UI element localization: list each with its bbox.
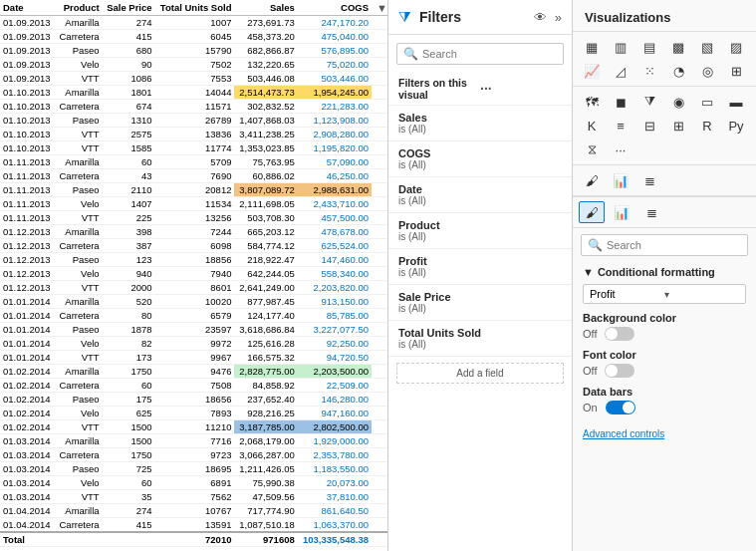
table-cell: 01.11.2013 [0, 211, 55, 225]
slicer-icon[interactable]: ≡ [608, 115, 633, 137]
multi-row-icon[interactable]: ▬ [723, 91, 749, 113]
table-cell: 01.11.2013 [0, 197, 55, 211]
expand-icon[interactable]: » [555, 10, 562, 25]
add-filter-area[interactable]: Add a field [396, 363, 564, 384]
100-bar-icon[interactable]: ▤ [636, 36, 662, 58]
table-cell: 01.12.2013 [0, 239, 55, 253]
filter-item[interactable]: Productis (All) [388, 213, 572, 249]
table-cell: VTT [55, 490, 102, 504]
filled-map-icon[interactable]: ◼ [608, 91, 633, 113]
pie-chart-icon[interactable]: ◔ [665, 60, 691, 82]
data-bars-row: Data bars On [583, 386, 746, 414]
analytics-icon[interactable]: 📊 [608, 169, 633, 191]
stacked-bar-icon[interactable]: ▥ [608, 36, 633, 58]
table-cell: 123 [103, 253, 155, 267]
filter-item[interactable]: Total Units Soldis (All) [388, 321, 572, 357]
fields-tab[interactable]: ≣ [638, 201, 664, 223]
donut-icon[interactable]: ◎ [694, 60, 720, 82]
table-cell: Amarilla [55, 16, 102, 30]
stacked-col-icon[interactable]: ▧ [694, 36, 720, 58]
100-col-icon[interactable]: ▨ [723, 36, 749, 58]
area-chart-icon[interactable]: ◿ [608, 60, 633, 82]
background-color-toggle[interactable] [605, 327, 634, 341]
filter-item[interactable]: Profitis (All) [388, 249, 572, 285]
viz-search-box[interactable]: 🔍 [581, 234, 748, 256]
matrix-icon[interactable]: ⊞ [665, 115, 691, 137]
table-cell: 877,987.45 [234, 295, 297, 309]
table-row: 01.03.2014Carretera175097233,066,287.002… [0, 448, 387, 462]
table-scroll[interactable]: Date Product Sale Price Total Units Sold… [0, 0, 387, 551]
table-cell: 80 [103, 309, 155, 323]
viz-header: Visualizations [573, 0, 756, 32]
table-row: 01.02.2014Velo6257893928,216.25947,160.0… [0, 407, 387, 420]
format-paint-tab[interactable]: 🖌 [579, 201, 605, 223]
bar-chart-icon[interactable]: ▦ [579, 36, 605, 58]
filters-search-box[interactable]: 🔍 [396, 43, 564, 65]
filter-item[interactable]: Dateis (All) [388, 177, 572, 213]
table-cell: 7716 [155, 434, 235, 448]
font-color-toggle[interactable] [605, 364, 634, 378]
eye-icon[interactable]: 👁 [534, 10, 547, 25]
table-cell: 01.11.2013 [0, 183, 55, 197]
decomp-icon[interactable]: ⧖ [579, 138, 605, 160]
table-cell: 7502 [155, 58, 235, 72]
table-cell: 8601 [155, 281, 235, 295]
table-cell: 57,090.00 [298, 155, 372, 169]
data-bars-toggle[interactable] [606, 401, 635, 414]
filters-scroll[interactable]: Salesis (All)COGSis (All)Dateis (All)Pro… [388, 106, 572, 551]
table-cell: 415 [103, 518, 155, 533]
table-row: 01.11.2013Paseo2110208123,807,089.722,98… [0, 183, 387, 197]
advanced-controls-link[interactable]: Advanced controls [573, 426, 756, 441]
table-cell: 725 [103, 462, 155, 476]
map-icon[interactable]: 🗺 [579, 91, 605, 113]
more-options-icon[interactable]: ··· [480, 81, 562, 97]
format-icon[interactable]: 🖌 [579, 169, 605, 191]
column-chart-icon[interactable]: ▩ [665, 36, 691, 58]
fields-icon[interactable]: ≣ [636, 169, 662, 191]
table-cell: 3,187,785.00 [234, 420, 297, 434]
more-icon[interactable]: ··· [608, 138, 633, 160]
table-cell-extra [372, 267, 387, 281]
table-cell: Velo [55, 337, 102, 351]
card-icon[interactable]: ▭ [694, 91, 720, 113]
viz-search-input[interactable] [607, 239, 741, 251]
table-cell: 72010 [155, 532, 235, 547]
table-cell-extra [372, 504, 387, 518]
expand-chevron-icon[interactable]: ▼ [583, 266, 594, 278]
py-icon[interactable]: Py [723, 115, 749, 137]
treemap-icon[interactable]: ⊞ [723, 60, 749, 82]
table-icon[interactable]: ⊟ [636, 115, 662, 137]
r-icon[interactable]: R [694, 115, 720, 137]
table-cell-extra [372, 225, 387, 239]
table-cell: 642,244.05 [234, 267, 297, 281]
line-chart-icon[interactable]: 📈 [579, 60, 605, 82]
col-sale-price: Sale Price [103, 0, 155, 16]
table-cell: 1007 [155, 16, 235, 30]
filter-item[interactable]: Salesis (All) [388, 106, 572, 141]
table-cell-extra [372, 86, 387, 100]
viz-search-icon: 🔍 [588, 238, 603, 252]
table-cell-extra [372, 309, 387, 323]
table-cell: Carretera [55, 448, 102, 462]
table-cell: 1500 [103, 420, 155, 434]
table-cell-extra [372, 462, 387, 476]
table-cell: 947,160.00 [298, 407, 372, 420]
table-cell: 2,828,775.00 [234, 365, 297, 379]
filters-search-input[interactable] [422, 48, 557, 60]
table-cell: Amarilla [55, 365, 102, 379]
filter-item[interactable]: COGSis (All) [388, 141, 572, 177]
funnel-icon[interactable]: ⧩ [636, 91, 662, 113]
table-cell: 625,524.00 [298, 239, 372, 253]
table-cell: 1878 [103, 323, 155, 337]
table-cell: 1,929,000.00 [298, 434, 372, 448]
table-cell: 01.10.2013 [0, 141, 55, 155]
table-cell: 7508 [155, 379, 235, 393]
filter-icon[interactable]: ▼ [377, 2, 387, 14]
scatter-icon[interactable]: ⁙ [636, 60, 662, 82]
filter-item[interactable]: Sale Priceis (All) [388, 285, 572, 321]
analytics-tab[interactable]: 📊 [609, 201, 634, 223]
gauge-icon[interactable]: ◉ [665, 91, 691, 113]
kpi-icon[interactable]: K [579, 115, 605, 137]
profit-dropdown[interactable]: Profit ▾ [583, 284, 746, 304]
table-cell-extra [372, 183, 387, 197]
